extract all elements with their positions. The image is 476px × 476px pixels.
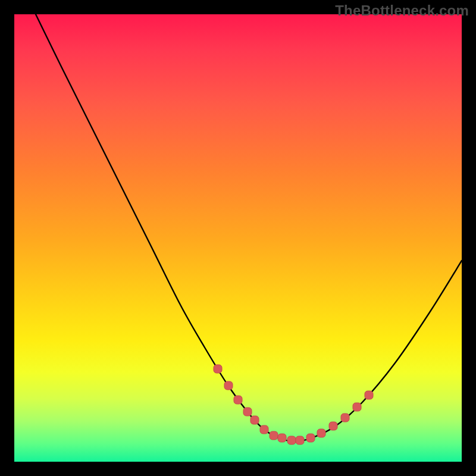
highlight-marker (250, 416, 259, 424)
highlight-marker (296, 436, 304, 444)
highlight-marker (214, 365, 222, 373)
highlight-marker (260, 425, 268, 434)
highlight-marker-group (214, 365, 373, 444)
highlight-marker (317, 429, 325, 437)
highlight-marker (287, 436, 296, 444)
chart-plot-area (14, 14, 462, 462)
bottleneck-curve-svg (14, 14, 462, 462)
highlight-marker (224, 381, 233, 390)
bottleneck-curve-path (36, 14, 462, 441)
highlight-marker (243, 408, 252, 416)
highlight-marker (270, 431, 278, 440)
highlight-marker (341, 414, 349, 422)
watermark-text: TheBottleneck.com (335, 2, 469, 19)
highlight-marker (234, 396, 242, 404)
highlight-marker (306, 434, 315, 442)
highlight-marker (329, 422, 337, 430)
highlight-marker (365, 391, 373, 399)
highlight-marker (278, 434, 286, 442)
highlight-marker (353, 403, 361, 411)
